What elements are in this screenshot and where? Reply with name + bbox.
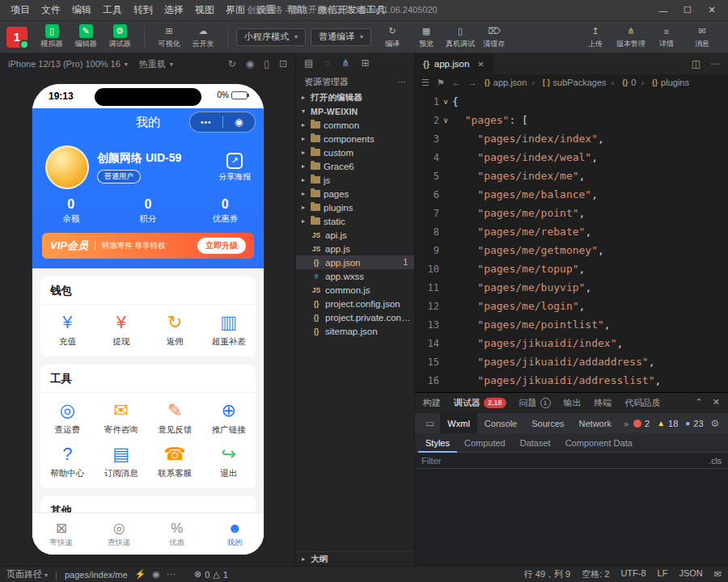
simulator-action-icon[interactable]: ▯	[264, 58, 269, 70]
grid-item[interactable]: ¥ 充值	[40, 312, 95, 348]
menu-item[interactable]: 微信开发者工具	[312, 3, 392, 17]
debug-panel-tab[interactable]: 调试器 2,18	[454, 397, 506, 409]
close-miniprogram-button[interactable]: ◉	[223, 116, 256, 128]
problems-indicator[interactable]: ⊗ 0 △ 1	[194, 569, 228, 580]
menu-item[interactable]: 帮助	[281, 3, 312, 17]
grid-item[interactable]: ↻ 返佣	[148, 312, 202, 348]
mode-dropdown[interactable]: 小程序模式 ▾	[236, 28, 306, 46]
grid-item[interactable]: ? 帮助中心	[40, 444, 95, 479]
debug-panel-tab[interactable]: 问题 1	[519, 397, 551, 409]
simulator-action-icon[interactable]: ◉	[246, 58, 254, 70]
statusbar-item[interactable]: 行 49，列 9	[524, 568, 570, 580]
statusbar-icon[interactable]: ◉	[152, 569, 160, 580]
folder-row[interactable]: ▸ js	[296, 173, 414, 187]
toolbar-button[interactable]: ⚙ 调试器	[104, 24, 136, 49]
tab-bar-item[interactable]: ☻ 我的	[206, 513, 265, 555]
fold-icon[interactable]: ∨	[439, 98, 452, 106]
folder-row[interactable]: ▸ common	[296, 118, 414, 132]
toolbar-button[interactable]: ↥ 上传	[579, 24, 612, 49]
editor-tab-appjson[interactable]: {} app.json ✕	[415, 53, 493, 74]
devtools-tab[interactable]: Network	[572, 413, 619, 434]
editor-nav-icon[interactable]: ←	[452, 78, 461, 88]
debug-panel-tab[interactable]: 代码品质	[625, 397, 661, 409]
more-menu-button[interactable]: •••	[190, 118, 222, 127]
stat-item[interactable]: 0 余额	[32, 197, 109, 225]
upgrade-button[interactable]: 立即升级	[197, 238, 246, 254]
settings-gear-icon[interactable]: ⚙	[711, 418, 720, 429]
devtools-tab[interactable]: Sources	[524, 413, 571, 434]
statusbar-icon[interactable]: ⋯	[167, 569, 176, 580]
share-poster-button[interactable]: ↗ 分享海报	[218, 153, 251, 183]
editor-nav-icon[interactable]: ☰	[421, 78, 430, 88]
toolbar-button[interactable]: ▯ 真机调试	[444, 24, 476, 49]
folder-row[interactable]: ▸ plugins	[296, 200, 414, 214]
elements-subtab[interactable]: Dataset	[513, 433, 558, 453]
toolbar-button[interactable]: ⌦ 清缓存	[478, 24, 510, 49]
code-area[interactable]: 1 ∨ { 2 ∨ "pages": [ 3 "pages/index	[415, 91, 728, 408]
stat-item[interactable]: 0 优惠券	[187, 197, 264, 225]
devtools-tab[interactable]: Wxml	[440, 413, 477, 434]
activity-icon[interactable]: ⋔	[341, 57, 349, 69]
grid-item[interactable]: ↪ 退出	[202, 444, 256, 479]
activity-icon[interactable]: ◌	[324, 57, 330, 69]
debug-panel-tab[interactable]: 终端	[595, 397, 612, 409]
filter-input[interactable]	[421, 456, 583, 466]
menu-item[interactable]: 文件	[36, 3, 66, 17]
issue-counters[interactable]: 2 ▲ 18 ● 23	[633, 419, 708, 428]
debug-panel-tab[interactable]: 构建	[423, 397, 441, 409]
editor-action-icon[interactable]: ◫	[692, 58, 700, 70]
menu-item[interactable]: 界面	[220, 3, 251, 17]
collapse-panel-icon[interactable]: ⌃	[696, 397, 703, 407]
devtools-tab[interactable]: Console	[477, 413, 524, 434]
toolbar-button[interactable]: ↻ 编译	[376, 24, 408, 49]
fold-icon[interactable]: ∨	[439, 116, 452, 124]
folder-row[interactable]: ▸ Grace6	[296, 159, 414, 173]
activity-icon[interactable]: ▤	[304, 57, 313, 69]
menu-item[interactable]: 工具	[97, 3, 128, 17]
activity-icon[interactable]: ⊞	[362, 57, 370, 69]
elements-subtab[interactable]: Styles	[418, 433, 457, 453]
menu-item[interactable]: 编辑	[66, 3, 97, 17]
toolbar-button[interactable]: ⋔ 版本管理	[615, 24, 647, 49]
toolbar-button[interactable]: ✎ 编辑器	[70, 24, 102, 49]
toolbar-button[interactable]: ▦ 预览	[410, 24, 442, 49]
elements-subtab[interactable]: Component Data	[558, 433, 640, 453]
breadcrumb-item[interactable]: [ ] subPackages	[527, 78, 606, 87]
tab-bar-item[interactable]: % 优惠	[148, 513, 206, 555]
open-editors-section[interactable]: ▸ 打开的编辑器	[296, 91, 414, 104]
grid-item[interactable]: ✉ 寄件咨询	[95, 400, 149, 436]
stat-item[interactable]: 0 积分	[109, 197, 186, 225]
cls-button[interactable]: .cls	[709, 456, 722, 466]
statusbar-item[interactable]: UTF-8	[620, 568, 645, 580]
folder-row[interactable]: ▸ pages	[296, 187, 414, 200]
file-row[interactable]: {} sitemap.json	[296, 324, 414, 338]
compile-mode-dropdown[interactable]: 普通编译 ▾	[311, 28, 371, 46]
simulator-action-icon[interactable]: ↻	[228, 58, 236, 70]
user-avatar[interactable]: 1	[6, 27, 28, 48]
grid-item[interactable]: ✎ 意见反馈	[148, 400, 202, 436]
toolbar-button[interactable]: ▯ 模拟器	[36, 24, 68, 49]
elements-subtab[interactable]: Computed	[457, 433, 513, 453]
folder-row[interactable]: ▸ static	[296, 214, 414, 228]
file-row[interactable]: JS app.js	[296, 242, 414, 255]
breadcrumb-item[interactable]: {} plugins	[636, 78, 689, 87]
grid-item[interactable]: ▥ 超重补差	[202, 312, 256, 348]
menu-item[interactable]: 转到	[128, 3, 159, 17]
maximize-button[interactable]: ☐	[676, 2, 699, 19]
project-root-section[interactable]: ▾ MP-WEIXIN	[296, 104, 414, 118]
breadcrumb-item[interactable]: {} app.json	[485, 78, 527, 87]
editor-nav-icon[interactable]: →	[468, 78, 477, 88]
menu-item[interactable]: 视图	[189, 3, 220, 17]
toolbar-button[interactable]: ☁ 云开发	[187, 24, 219, 49]
statusbar-item[interactable]: 空格: 2	[582, 568, 609, 580]
toolbar-button[interactable]: ≡ 详情	[650, 24, 683, 49]
notifications-icon[interactable]: ✉	[714, 569, 722, 580]
device-dropdown[interactable]: iPhone 12/13 (Pro) 100% 16 ▾	[8, 59, 128, 69]
folder-row[interactable]: ▸ custom	[296, 146, 414, 159]
menu-item[interactable]: 设置	[251, 3, 281, 17]
grid-item[interactable]: ☎ 联系客服	[148, 444, 202, 479]
close-button[interactable]: ✕	[700, 2, 723, 19]
file-row[interactable]: {} project.private.config.js...	[296, 310, 414, 324]
statusbar-icon[interactable]: ⚡	[135, 569, 146, 580]
outline-header[interactable]: ▸ 大纲	[296, 552, 414, 566]
